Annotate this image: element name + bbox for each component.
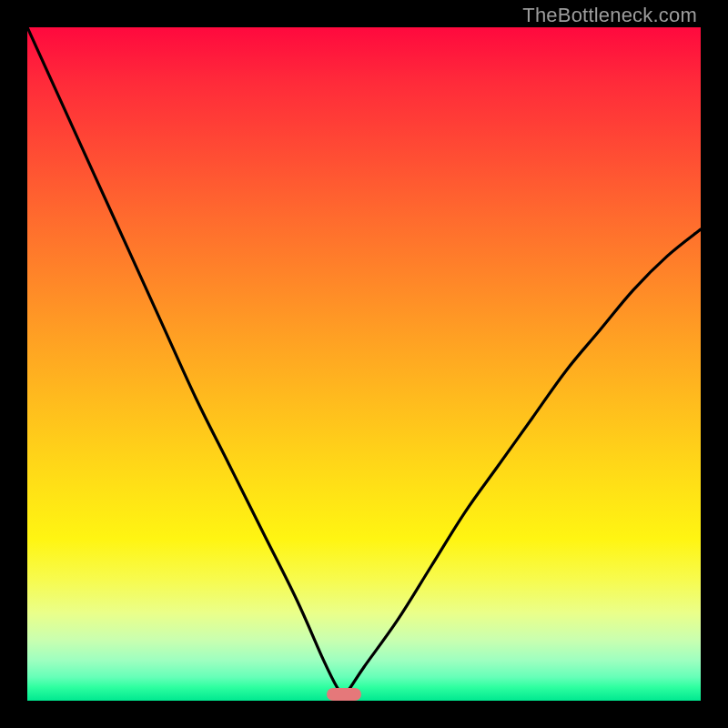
- optimum-marker: [327, 688, 361, 701]
- watermark-text: TheBottleneck.com: [522, 4, 697, 27]
- plot-area: [27, 27, 701, 701]
- curve-svg: [27, 27, 701, 701]
- bottleneck-curve-path: [27, 27, 701, 694]
- chart-frame: TheBottleneck.com: [0, 0, 728, 728]
